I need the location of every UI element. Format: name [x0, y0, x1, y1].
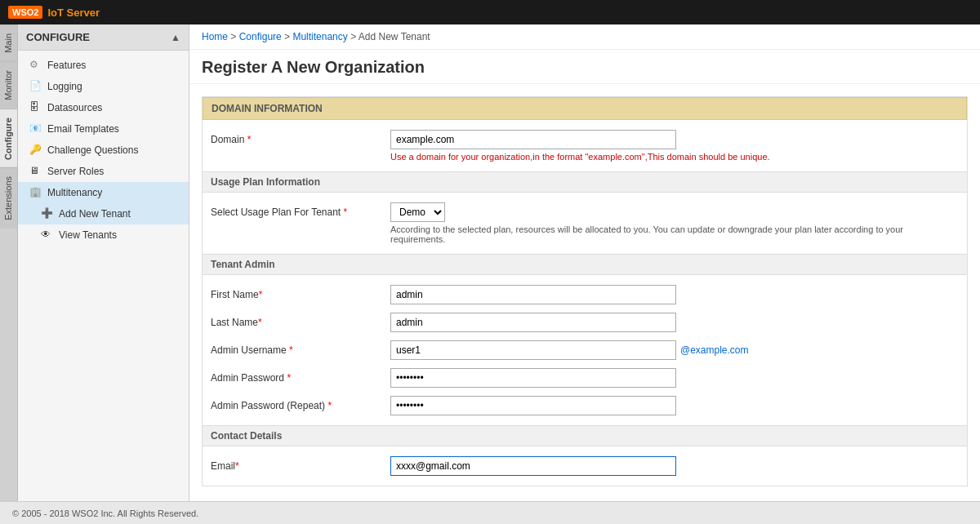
usage-plan-header: Usage Plan Information: [203, 171, 967, 193]
email-templates-label: Email Templates: [47, 123, 119, 135]
domain-required: *: [244, 134, 251, 145]
contact-details-body: Email*: [203, 446, 967, 486]
domain-field: Use a domain for your organization,in th…: [390, 130, 959, 162]
sidebar-item-datasources[interactable]: 🗄 Datasources: [18, 97, 189, 118]
logging-label: Logging: [47, 81, 82, 92]
email-label: Email*: [211, 456, 390, 472]
vtab-monitor[interactable]: Monitor: [0, 61, 17, 109]
sidebar-item-multitenancy[interactable]: 🏢 Multitenancy: [18, 182, 189, 203]
sidebar-nav: ⚙ Features 📄 Logging 🗄 Datasources 📧 Ema…: [18, 51, 189, 250]
domain-hint: Use a domain for your organization,in th…: [390, 152, 959, 162]
domain-row: Domain * Use a domain for your organizat…: [211, 130, 959, 162]
breadcrumb-home[interactable]: Home: [202, 31, 228, 42]
admin-password-input[interactable]: [390, 368, 676, 388]
logo-box: WSO2: [8, 6, 42, 19]
username-row: @example.com: [390, 340, 959, 360]
contact-details-header: Contact Details: [203, 425, 967, 446]
sidebar-item-features[interactable]: ⚙ Features: [18, 55, 189, 76]
sidebar-item-add-new-tenant[interactable]: ➕ Add New Tenant: [18, 203, 189, 224]
features-label: Features: [47, 60, 86, 71]
last-name-input[interactable]: [390, 313, 676, 332]
domain-suffix: @example.com: [680, 344, 749, 356]
footer-text: © 2005 - 2018 WSO2 Inc. All Rights Reser…: [12, 508, 198, 518]
tenant-admin-body: First Name* Last Name*: [203, 275, 967, 425]
topbar: WSO2 IoT Server: [0, 0, 980, 24]
domain-section-header: DOMAIN INFORMATION: [203, 97, 967, 120]
multitenancy-icon: 🏢: [29, 186, 42, 199]
last-name-row: Last Name*: [211, 313, 959, 332]
domain-input[interactable]: [390, 130, 676, 149]
breadcrumb-sep1: >: [230, 31, 238, 42]
datasources-icon: 🗄: [29, 101, 42, 114]
email-row: Email*: [211, 456, 959, 476]
select-plan-field: Demo According to the selected plan, res…: [390, 202, 959, 244]
first-name-row: First Name*: [211, 285, 959, 304]
sidebar-toggle[interactable]: ▲: [171, 32, 180, 43]
vertical-tabs: Main Monitor Configure Extensions: [0, 24, 18, 501]
breadcrumb: Home > Configure > Multitenancy > Add Ne…: [189, 24, 980, 50]
domain-section: DOMAIN INFORMATION Domain * Use a domain…: [202, 96, 968, 486]
sidebar-item-challenge-questions[interactable]: 🔑 Challenge Questions: [18, 140, 189, 161]
admin-password-repeat-input[interactable]: [390, 396, 676, 415]
server-roles-label: Server Roles: [47, 166, 104, 177]
admin-username-row: Admin Username * @example.com: [211, 340, 959, 360]
challenge-questions-label: Challenge Questions: [47, 144, 138, 156]
page-title: Register A New Organization: [189, 50, 980, 84]
breadcrumb-current: Add New Tenant: [359, 31, 430, 42]
breadcrumb-sep3: >: [350, 31, 359, 42]
challenge-questions-icon: 🔑: [29, 144, 42, 157]
plan-hint: According to the selected plan, resource…: [390, 224, 959, 244]
sidebar: CONFIGURE ▲ ⚙ Features 📄 Logging 🗄 Datas…: [18, 24, 189, 501]
tenant-admin-header: Tenant Admin: [203, 254, 967, 275]
sidebar-item-view-tenants[interactable]: 👁 View Tenants: [18, 224, 189, 246]
logo: WSO2 IoT Server: [8, 6, 100, 19]
admin-username-input[interactable]: [390, 340, 676, 360]
first-name-label: First Name*: [211, 285, 390, 300]
sidebar-title: CONFIGURE: [26, 31, 90, 43]
sidebar-item-logging[interactable]: 📄 Logging: [18, 76, 189, 97]
view-tenants-label: View Tenants: [59, 229, 117, 241]
first-name-input[interactable]: [390, 285, 676, 304]
datasources-label: Datasources: [47, 102, 102, 113]
breadcrumb-multitenancy[interactable]: Multitenancy: [292, 31, 347, 42]
add-tenant-icon: ➕: [41, 207, 54, 220]
admin-password-repeat-row: Admin Password (Repeat) *: [211, 396, 959, 415]
logo-text: IoT Server: [47, 7, 100, 19]
view-tenants-icon: 👁: [41, 229, 54, 242]
sidebar-header: CONFIGURE ▲: [18, 24, 189, 51]
add-new-tenant-label: Add New Tenant: [59, 208, 131, 220]
vtab-extensions[interactable]: Extensions: [0, 167, 17, 229]
email-templates-icon: 📧: [29, 122, 42, 135]
admin-password-row: Admin Password *: [211, 368, 959, 388]
footer: © 2005 - 2018 WSO2 Inc. All Rights Reser…: [0, 501, 980, 524]
features-icon: ⚙: [29, 59, 42, 72]
breadcrumb-sep2: >: [284, 31, 292, 42]
email-input[interactable]: [390, 456, 676, 476]
admin-password-repeat-label: Admin Password (Repeat) *: [211, 396, 390, 411]
usage-plan-body: Select Usage Plan For Tenant * Demo Acco…: [203, 193, 967, 254]
logging-icon: 📄: [29, 80, 42, 93]
email-field: [390, 456, 959, 476]
sidebar-item-email-templates[interactable]: 📧 Email Templates: [18, 118, 189, 140]
domain-label: Domain *: [211, 130, 390, 145]
main-content: Home > Configure > Multitenancy > Add Ne…: [189, 24, 980, 501]
last-name-field: [390, 313, 959, 332]
server-roles-icon: 🖥: [29, 165, 42, 178]
select-plan-row: Select Usage Plan For Tenant * Demo Acco…: [211, 202, 959, 244]
breadcrumb-configure[interactable]: Configure: [239, 31, 282, 42]
select-plan-label: Select Usage Plan For Tenant *: [211, 202, 390, 218]
admin-password-repeat-field: [390, 396, 959, 415]
vtab-configure[interactable]: Configure: [0, 109, 17, 168]
plan-select[interactable]: Demo: [390, 202, 445, 222]
last-name-label: Last Name*: [211, 313, 390, 328]
admin-username-label: Admin Username *: [211, 340, 390, 356]
admin-password-label: Admin Password *: [211, 368, 390, 384]
admin-password-field: [390, 368, 959, 388]
first-name-field: [390, 285, 959, 304]
multitenancy-label: Multitenancy: [47, 187, 102, 198]
form-container: DOMAIN INFORMATION Domain * Use a domain…: [189, 84, 980, 501]
admin-username-field: @example.com: [390, 340, 959, 360]
vtab-main[interactable]: Main: [0, 24, 17, 61]
domain-form-body: Domain * Use a domain for your organizat…: [203, 120, 967, 171]
sidebar-item-server-roles[interactable]: 🖥 Server Roles: [18, 161, 189, 182]
